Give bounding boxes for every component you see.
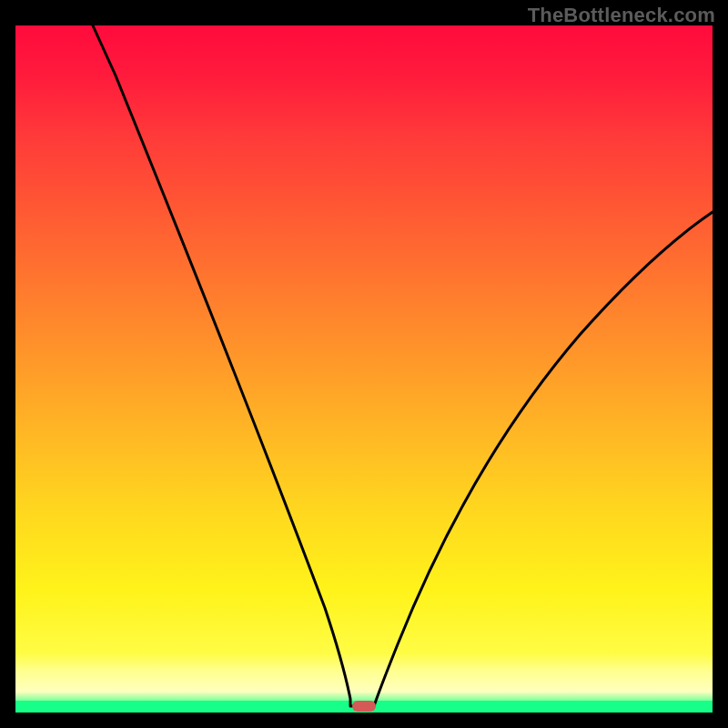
minimum-marker — [352, 701, 376, 712]
chart-frame: TheBottleneck.com — [0, 0, 728, 728]
plot-area — [15, 25, 713, 713]
bottleneck-curve — [15, 25, 713, 713]
watermark-text: TheBottleneck.com — [528, 4, 715, 27]
curve-path — [93, 25, 713, 706]
